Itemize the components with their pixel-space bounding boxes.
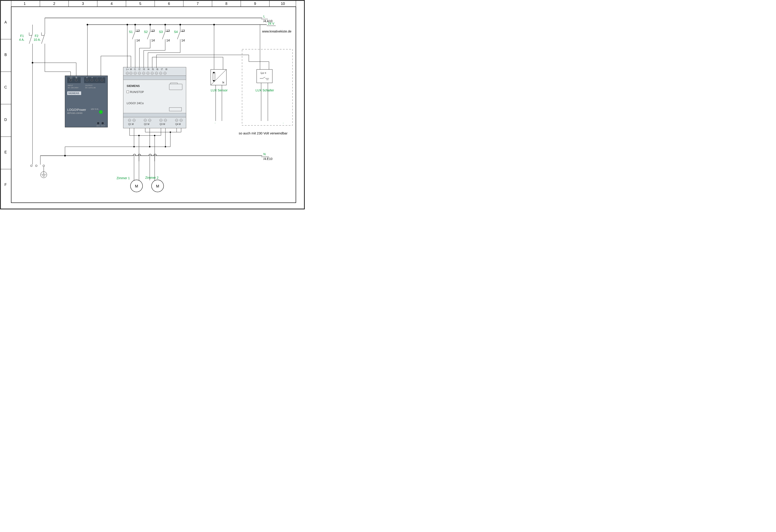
svg-text:+: + xyxy=(86,76,87,79)
connector-icon xyxy=(169,107,182,111)
switches: S1 13 14 S2 13 14 S3 13 14 S4 13 14 xyxy=(129,24,185,68)
line-L: L /4.A10 xyxy=(45,15,272,23)
col-1: 1 xyxy=(24,2,26,6)
svg-point-168 xyxy=(64,155,66,157)
svg-point-137 xyxy=(165,24,166,26)
col-2: 2 xyxy=(53,2,55,6)
svg-text:I8: I8 xyxy=(165,68,167,70)
svg-text:S2: S2 xyxy=(144,30,148,34)
svg-text:S4: S4 xyxy=(174,30,178,34)
svg-text:SIEMENS: SIEMENS xyxy=(68,92,79,94)
F1-rating: 4 A. xyxy=(19,38,24,41)
svg-text:LOGO! 24Co: LOGO! 24Co xyxy=(127,101,144,105)
svg-text:-: - xyxy=(283,121,283,124)
svg-text:Q2 M: Q2 M xyxy=(144,123,149,125)
svg-text:N: N xyxy=(75,76,77,79)
L-label: L xyxy=(263,15,265,18)
svg-text:S1: S1 xyxy=(129,30,133,34)
col-6: 6 xyxy=(168,2,170,6)
svg-text:M: M xyxy=(130,68,132,70)
svg-text:M: M xyxy=(135,184,138,188)
N-ref: /4.E10 xyxy=(263,157,272,161)
svg-point-119 xyxy=(127,24,128,26)
svg-text:I1: I1 xyxy=(134,68,136,70)
N-label: N xyxy=(263,152,265,156)
svg-point-59 xyxy=(101,122,104,124)
earth-symbol xyxy=(30,165,47,178)
psu-title: LOGO!Power xyxy=(67,108,86,111)
svg-text:I2: I2 xyxy=(139,68,141,70)
svg-text:14: 14 xyxy=(166,38,170,42)
svg-text:16,5…16,1V: 16,5…16,1V xyxy=(96,125,105,126)
svg-text:-: - xyxy=(102,76,103,79)
svg-text:lx: lx xyxy=(222,81,224,84)
svg-text:-: - xyxy=(97,76,98,79)
svg-line-26 xyxy=(29,34,32,44)
svg-text:S3: S3 xyxy=(159,30,163,34)
runstop-icon xyxy=(127,91,129,93)
svg-line-31 xyxy=(41,34,45,44)
psu-led-label: 12V O.K. xyxy=(91,108,99,110)
url-label: www.kreativekiste.de xyxy=(262,30,292,33)
alt-note: so auch mit 230 Volt verwendbar xyxy=(239,131,287,135)
svg-rect-97 xyxy=(123,113,186,117)
row-E: E xyxy=(4,150,7,154)
svg-text:Q4 M: Q4 M xyxy=(175,123,181,125)
card-slot-icon xyxy=(169,84,182,90)
schematic-diagram: 1 2 3 4 5 6 7 8 9 10 A B C D E F L /4.A1… xyxy=(0,0,305,210)
line-N: N /4.E10 xyxy=(40,152,272,161)
svg-point-175 xyxy=(43,165,45,167)
svg-text:RUN/STOP: RUN/STOP xyxy=(130,90,144,94)
col-8: 8 xyxy=(225,2,227,6)
col-3: 3 xyxy=(82,2,84,6)
svg-text:Lx <: Lx < xyxy=(261,71,266,74)
24V-label: 24 V xyxy=(268,22,274,25)
svg-text:I4: I4 xyxy=(148,68,150,70)
column-scale: 1 2 3 4 5 6 7 8 9 10 xyxy=(11,0,296,7)
svg-text:14: 14 xyxy=(151,38,155,42)
svg-text:I3: I3 xyxy=(143,68,145,70)
svg-point-123 xyxy=(135,24,136,26)
row-B: B xyxy=(4,53,7,57)
svg-text:I5: I5 xyxy=(152,68,154,70)
logo-plc: L+ M I1 I2 I3 I4 I5 I6 I7 I8 SIEMENS R xyxy=(123,67,186,128)
fuse-F1: F1 4 A. xyxy=(19,25,33,165)
F2-rating: 10 A. xyxy=(34,38,41,41)
row-scale: A B C D E F xyxy=(0,20,11,187)
row-A: A xyxy=(4,20,7,24)
svg-point-173 xyxy=(30,165,32,167)
output-wiring xyxy=(64,128,181,180)
svg-text:14: 14 xyxy=(136,38,140,42)
svg-point-130 xyxy=(150,24,151,26)
svg-text:INPUT: INPUT xyxy=(68,84,73,86)
svg-text:M: M xyxy=(156,184,159,188)
svg-rect-155 xyxy=(242,49,293,125)
svg-text:I6: I6 xyxy=(157,68,159,70)
svg-text:Q1 M: Q1 M xyxy=(128,123,134,125)
line-24V: 24 V xyxy=(87,22,276,26)
svg-text:I7: I7 xyxy=(161,68,163,70)
row-D: D xyxy=(4,118,7,121)
svg-text:13: 13 xyxy=(136,29,140,32)
svg-rect-63 xyxy=(123,76,186,80)
svg-text:14: 14 xyxy=(181,38,185,42)
col-9: 9 xyxy=(254,2,256,6)
zimmer2-label: Zimmer 2 xyxy=(145,176,159,180)
svg-text:DC 12V/1,9A: DC 12V/1,9A xyxy=(85,87,96,89)
motor-zimmer2: M Zimmer 2 xyxy=(145,176,164,192)
svg-text:13: 13 xyxy=(151,29,155,32)
lux-schalter-label: LUX Schalter xyxy=(255,88,274,92)
svg-text:13: 13 xyxy=(181,29,185,32)
svg-rect-33 xyxy=(65,76,108,127)
F1-name: F1 xyxy=(20,34,24,38)
svg-text:L+: L+ xyxy=(126,68,129,70)
zimmer1-label: Zimmer 1 xyxy=(117,176,130,180)
svg-text:SIEMENS: SIEMENS xyxy=(127,84,140,87)
col-4: 4 xyxy=(111,2,113,6)
fuse-F2: F2 10 A. xyxy=(34,18,45,63)
svg-text:13: 13 xyxy=(166,29,170,32)
svg-point-153 xyxy=(213,24,215,26)
svg-text:+: + xyxy=(91,76,93,79)
motor-zimmer1: M Zimmer 1 xyxy=(117,176,143,192)
svg-text:AC 100-240V: AC 100-240V xyxy=(68,87,79,89)
